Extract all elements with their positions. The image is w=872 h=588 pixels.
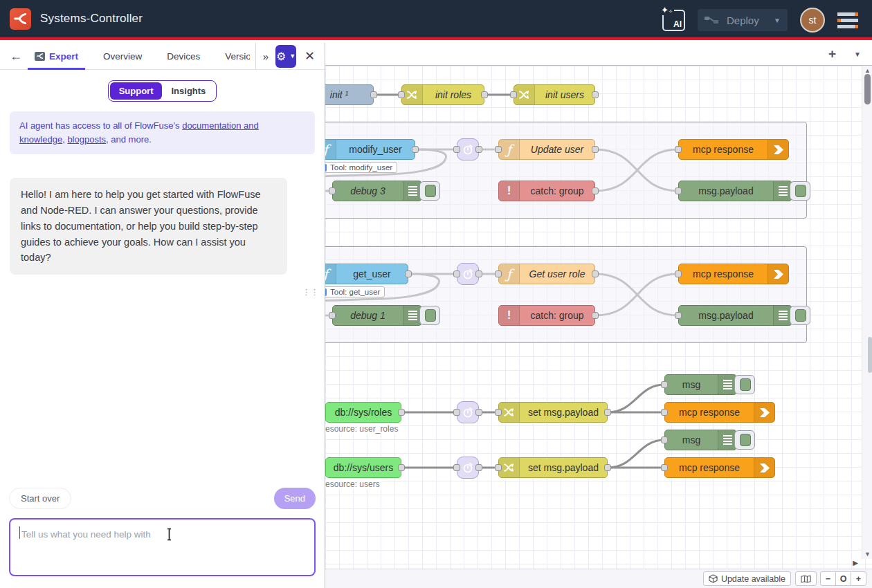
node-mcp-response[interactable]: mcp response (664, 457, 775, 478)
port-in[interactable] (675, 270, 682, 277)
close-panel-icon[interactable]: ✕ (305, 48, 315, 64)
group-modify-user[interactable] (325, 122, 807, 219)
node-get-user[interactable]: ƒ get_user (325, 264, 408, 284)
add-flow-icon[interactable]: + (828, 46, 836, 62)
port-out[interactable] (604, 409, 611, 416)
port-in[interactable] (661, 381, 668, 388)
toggle-support[interactable]: Support (110, 82, 163, 100)
port-in[interactable] (510, 91, 517, 98)
port-in[interactable] (453, 270, 460, 277)
port-out[interactable] (412, 146, 419, 153)
port-out[interactable] (475, 146, 482, 153)
tab-overflow-icon[interactable]: » (263, 50, 269, 62)
node-debug-1[interactable]: debug 1 (332, 305, 422, 326)
node-db-sys-users[interactable]: db://sys/users (325, 457, 401, 478)
update-available-button[interactable]: Update available (703, 571, 791, 586)
node-get-user-role[interactable]: ƒ Get user role (498, 264, 595, 284)
port-out[interactable] (481, 91, 488, 98)
node-db-sys-roles[interactable]: db://sys/roles (325, 402, 401, 423)
port-out[interactable] (592, 146, 599, 153)
port-in[interactable] (675, 312, 682, 319)
window-scrollbar-thumb[interactable] (868, 337, 872, 373)
port-in[interactable] (495, 464, 502, 471)
debug-toggle-button[interactable] (419, 306, 440, 325)
blogposts-link[interactable]: blogposts (67, 134, 106, 145)
port-in[interactable] (453, 146, 460, 153)
port-out[interactable] (405, 270, 412, 277)
port-in[interactable] (495, 270, 502, 277)
node-catch-group[interactable]: ! catch: group (498, 305, 595, 326)
node-mcp-response[interactable]: mcp response (678, 264, 789, 284)
tab-devices[interactable]: Devices (164, 43, 203, 70)
node-msg[interactable]: msg (664, 430, 737, 450)
main-menu-icon[interactable] (837, 12, 858, 28)
port-out[interactable] (592, 91, 599, 98)
scroll-right-icon[interactable]: ▶ (853, 559, 858, 567)
node-delay[interactable] (457, 457, 479, 479)
debug-toggle-button[interactable] (790, 181, 810, 201)
scroll-up-icon[interactable]: ▲ (862, 67, 872, 74)
flow-canvas[interactable]: init ¹ init roles init users ƒ modify_us… (325, 66, 872, 569)
node-set-msg-payload[interactable]: set msg.payload (498, 457, 608, 478)
node-debug-3[interactable]: debug 3 (332, 181, 422, 201)
toggle-insights[interactable]: Insights (162, 82, 215, 100)
port-out[interactable] (592, 187, 599, 194)
node-modify-user[interactable]: ƒ modify_user (325, 139, 415, 160)
port-out[interactable] (398, 409, 405, 416)
node-delay[interactable] (457, 263, 479, 285)
port-out[interactable] (475, 409, 482, 416)
node-delay[interactable] (457, 138, 479, 160)
node-update-user[interactable]: ƒ Update user (498, 139, 595, 160)
settings-dropdown-button[interactable]: ⚙ ▼ (275, 45, 296, 68)
port-out[interactable] (592, 270, 599, 277)
port-in[interactable] (675, 146, 682, 153)
back-arrow-icon[interactable]: ← (10, 49, 22, 64)
port-out[interactable] (370, 91, 377, 98)
zoom-reset-button[interactable]: O (835, 571, 851, 586)
port-out[interactable] (475, 464, 482, 471)
tab-overview[interactable]: Overview (100, 43, 145, 70)
port-out[interactable] (475, 270, 482, 277)
port-in[interactable] (453, 464, 460, 471)
navigator-button[interactable] (795, 571, 817, 586)
port-in[interactable] (398, 91, 405, 98)
node-mcp-response[interactable]: mcp response (678, 139, 789, 160)
node-mcp-response[interactable]: mcp response (664, 402, 775, 423)
port-in[interactable] (329, 312, 336, 319)
node-delay[interactable] (457, 401, 479, 423)
node-catch-group[interactable]: ! catch: group (498, 181, 595, 201)
scroll-down-icon[interactable]: ▼ (862, 551, 872, 558)
node-msg-payload[interactable]: msg.payload (678, 305, 792, 326)
port-in[interactable] (661, 409, 668, 416)
node-set-msg-payload[interactable]: set msg.payload (498, 402, 608, 423)
port-in[interactable] (661, 464, 668, 471)
node-init-users[interactable]: init users (514, 84, 595, 105)
tab-version-history[interactable]: Version Hi (222, 43, 250, 70)
node-msg-payload[interactable]: msg.payload (678, 181, 792, 201)
debug-toggle-button[interactable] (790, 306, 810, 325)
node-init-roles[interactable]: init roles (401, 84, 484, 105)
node-msg[interactable]: msg (664, 374, 737, 395)
port-in[interactable] (329, 187, 336, 194)
panel-resize-handle[interactable]: ⋮⋮ (302, 289, 319, 295)
user-avatar[interactable]: st (800, 8, 825, 33)
debug-toggle-button[interactable] (734, 430, 755, 450)
ai-assistant-icon[interactable]: ✦✧ AI (662, 10, 685, 31)
port-out[interactable] (604, 464, 611, 471)
port-out[interactable] (398, 464, 405, 471)
start-over-button[interactable]: Start over (9, 488, 71, 509)
flow-list-caret-icon[interactable]: ▼ (854, 50, 861, 58)
deploy-button[interactable]: Deploy ▼ (698, 9, 788, 31)
zoom-in-button[interactable]: + (851, 571, 866, 586)
tab-expert[interactable]: Expert (32, 43, 81, 70)
zoom-out-button[interactable]: − (820, 571, 836, 586)
deploy-caret-icon[interactable]: ▼ (767, 17, 781, 24)
vertical-scrollbar-thumb[interactable] (864, 74, 871, 104)
debug-toggle-button[interactable] (419, 181, 440, 201)
port-in[interactable] (661, 437, 668, 443)
port-in[interactable] (495, 146, 502, 153)
send-button[interactable]: Send (274, 488, 316, 509)
port-in[interactable] (453, 409, 460, 416)
group-get-user[interactable] (325, 246, 807, 343)
port-out[interactable] (592, 312, 599, 319)
